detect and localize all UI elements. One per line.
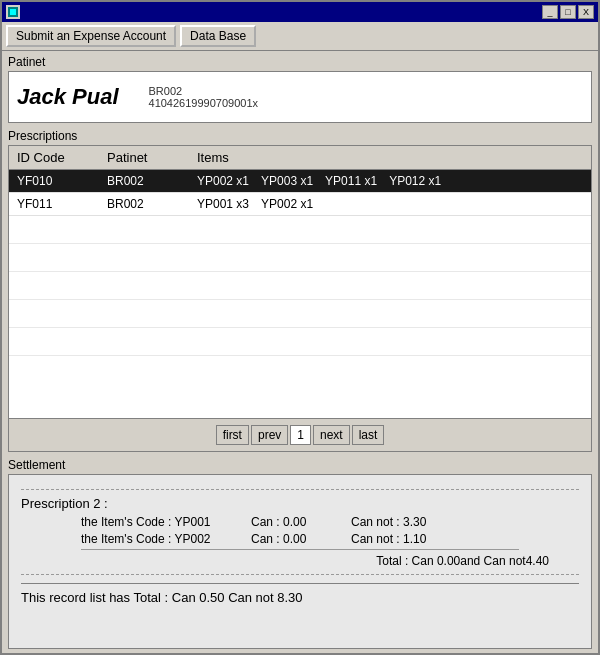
- settlement-box: Prescription 2 : the Item's Code : YP001…: [8, 474, 592, 649]
- empty-row: [9, 244, 591, 272]
- row-items: YP002 x1 YP003 x1 YP011 x1 YP012 x1: [197, 174, 583, 188]
- current-page: 1: [290, 425, 311, 445]
- settlement-section: Settlement Prescription 2 : the Item's C…: [8, 458, 592, 649]
- row-items: YP001 x3 YP002 x1: [197, 197, 583, 211]
- settlement-item-row: the Item's Code : YP002 Can : 0.00 Can n…: [21, 532, 579, 546]
- item-can-2: Can : 0.00: [251, 532, 351, 546]
- item-can-1: Can : 0.00: [251, 515, 351, 529]
- settlement-item-row: the Item's Code : YP001 Can : 0.00 Can n…: [21, 515, 579, 529]
- pagination: first prev 1 next last: [9, 418, 591, 451]
- settlement-section-label: Settlement: [8, 458, 592, 472]
- item-code-2: the Item's Code : YP002: [81, 532, 251, 546]
- svg-rect-1: [10, 9, 16, 15]
- col-patinet: Patinet: [107, 150, 197, 165]
- table-row[interactable]: YF010 BR002 YP002 x1 YP003 x1 YP011 x1 Y…: [9, 170, 591, 193]
- table-header: ID Code Patinet Items: [9, 146, 591, 170]
- empty-row: [9, 328, 591, 356]
- patient-box: Jack Pual BR002 41042619990709001x: [8, 71, 592, 123]
- grand-total: This record list has Total : Can 0.50 Ca…: [21, 583, 579, 605]
- empty-row: [9, 216, 591, 244]
- prescriptions-box: ID Code Patinet Items YF010 BR002 YP002 …: [8, 145, 592, 452]
- empty-row: [9, 272, 591, 300]
- prescriptions-section: Prescriptions ID Code Patinet Items YF01…: [8, 129, 592, 452]
- row-patinet: BR002: [107, 197, 197, 211]
- prev-page-button[interactable]: prev: [251, 425, 288, 445]
- table-body: YF010 BR002 YP002 x1 YP003 x1 YP011 x1 Y…: [9, 170, 591, 418]
- dashed-line-bottom: [21, 574, 579, 575]
- patient-info: BR002 41042619990709001x: [149, 85, 259, 109]
- patient-id-code: BR002: [149, 85, 259, 97]
- dashed-line-top: [21, 489, 579, 490]
- maximize-button[interactable]: □: [560, 5, 576, 19]
- item-code-1: the Item's Code : YP001: [81, 515, 251, 529]
- prescription-label: Prescription 2 :: [21, 496, 579, 511]
- row-id-code: YF011: [17, 197, 107, 211]
- app-icon: [6, 5, 20, 19]
- content-area: Patinet Jack Pual BR002 4104261999070900…: [2, 51, 598, 653]
- col-items: Items: [197, 150, 583, 165]
- minimize-button[interactable]: _: [542, 5, 558, 19]
- patient-section-label: Patinet: [8, 55, 592, 69]
- main-window: _ □ X Submit an Expense Account Data Bas…: [0, 0, 600, 655]
- menu-bar: Submit an Expense Account Data Base: [2, 22, 598, 51]
- settlement-total: Total : Can 0.00and Can not4.40: [21, 554, 579, 568]
- col-id-code: ID Code: [17, 150, 107, 165]
- grand-total-text: This record list has Total : Can 0.50 Ca…: [21, 590, 303, 605]
- total-underline: [81, 549, 519, 550]
- submit-expense-button[interactable]: Submit an Expense Account: [6, 25, 176, 47]
- total-value: Total : Can 0.00and Can not4.40: [376, 554, 549, 568]
- row-patinet: BR002: [107, 174, 197, 188]
- patient-id-number: 41042619990709001x: [149, 97, 259, 109]
- patient-name: Jack Pual: [17, 84, 119, 110]
- prescriptions-section-label: Prescriptions: [8, 129, 592, 143]
- database-button[interactable]: Data Base: [180, 25, 256, 47]
- next-page-button[interactable]: next: [313, 425, 350, 445]
- patient-section: Patinet Jack Pual BR002 4104261999070900…: [8, 55, 592, 123]
- first-page-button[interactable]: first: [216, 425, 249, 445]
- table-row[interactable]: YF011 BR002 YP001 x3 YP002 x1: [9, 193, 591, 216]
- close-button[interactable]: X: [578, 5, 594, 19]
- item-cannot-1: Can not : 3.30: [351, 515, 471, 529]
- empty-row: [9, 300, 591, 328]
- row-id-code: YF010: [17, 174, 107, 188]
- title-bar: _ □ X: [2, 2, 598, 22]
- item-cannot-2: Can not : 1.10: [351, 532, 471, 546]
- last-page-button[interactable]: last: [352, 425, 385, 445]
